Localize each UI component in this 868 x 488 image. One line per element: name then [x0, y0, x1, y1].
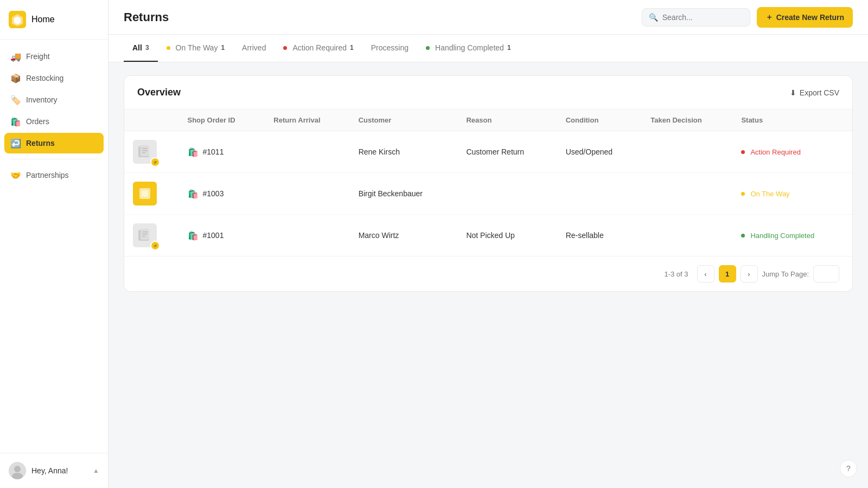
- order-id: #1011: [203, 147, 224, 156]
- product-cell: ↺: [133, 140, 170, 164]
- pagination-next-button[interactable]: ›: [741, 265, 758, 282]
- tab-arrived[interactable]: Arrived: [233, 35, 275, 62]
- svg-rect-10: [142, 152, 145, 153]
- create-new-return-button[interactable]: ＋ Create New Return: [757, 7, 853, 28]
- sidebar-item-freight[interactable]: 🚚 Freight: [4, 46, 104, 67]
- return-arrival-cell: [265, 131, 349, 173]
- sidebar-item-returns[interactable]: ↩️ Returns: [4, 133, 104, 153]
- col-taken-decision: Taken Decision: [642, 110, 732, 131]
- customer-cell: Birgit Beckenbauer: [350, 173, 458, 215]
- sidebar-divider: [11, 159, 97, 159]
- sidebar-item-partnerships[interactable]: 🤝 Partnerships: [4, 165, 104, 185]
- status-label: Handling Completed: [750, 232, 814, 240]
- order-icon: 🛍️: [188, 147, 199, 157]
- header: Returns 🔍 ＋ Create New Return: [108, 0, 868, 35]
- main-content: Returns 🔍 ＋ Create New Return All 3 On T…: [108, 0, 868, 488]
- product-thumbnail-cell: [124, 173, 179, 215]
- product-cell: [133, 182, 170, 206]
- status-cell: Handling Completed: [732, 215, 852, 256]
- table-row[interactable]: ↺ 🛍️ #1001 Marco Wirtz: [124, 215, 852, 256]
- freight-icon: 🚚: [11, 52, 21, 61]
- product-thumb: ↺: [133, 223, 157, 247]
- order-id-wrapper: 🛍️ #1003: [188, 189, 257, 199]
- product-thumbnail-cell: ↺: [124, 215, 179, 256]
- tab-all-count: 3: [145, 44, 149, 52]
- table-row[interactable]: 🛍️ #1003 Birgit Beckenbauer On: [124, 173, 852, 215]
- col-product: [124, 110, 179, 131]
- badge-overlay: ↺: [150, 157, 160, 167]
- tab-action-required-count: 1: [350, 44, 354, 52]
- condition-cell: [557, 173, 642, 215]
- svg-text:↺: ↺: [154, 244, 157, 248]
- tab-on-the-way-count: 1: [221, 44, 225, 52]
- status-dot-red: [741, 150, 745, 154]
- svg-rect-19: [142, 236, 145, 237]
- col-return-arrival: Return Arrival: [265, 110, 349, 131]
- help-button[interactable]: ?: [840, 460, 857, 477]
- restocking-icon: 📦: [11, 73, 21, 83]
- plus-icon: ＋: [765, 12, 773, 22]
- sidebar-item-restocking[interactable]: 📦 Restocking: [4, 68, 104, 88]
- tab-all[interactable]: All 3: [124, 35, 158, 62]
- tab-handling-completed[interactable]: Handling Completed 1: [417, 35, 520, 62]
- sidebar-footer[interactable]: Hey, Anna! ▲: [0, 453, 108, 488]
- sidebar-item-orders[interactable]: 🛍️ Orders: [4, 111, 104, 132]
- status-badge: Handling Completed: [741, 232, 844, 240]
- sidebar-item-label: Orders: [26, 117, 49, 126]
- return-arrival-cell: [265, 173, 349, 215]
- order-id-cell: 🛍️ #1003: [179, 173, 265, 215]
- product-image-yellow: [133, 182, 157, 206]
- condition-cell: Re-sellable: [557, 215, 642, 256]
- table-body: ↺ 🛍️ #1011 Rene Kirsch: [124, 131, 852, 256]
- sidebar-logo[interactable]: Home: [0, 0, 108, 40]
- pagination-prev-button[interactable]: ‹: [697, 265, 714, 282]
- col-reason: Reason: [457, 110, 557, 131]
- dot-yellow-icon: [167, 46, 170, 50]
- order-id-wrapper: 🛍️ #1001: [188, 230, 257, 241]
- sidebar-item-label: Inventory: [26, 95, 58, 104]
- content-area: All 3 On The Way 1 Arrived Action Requir…: [108, 35, 868, 488]
- pagination: 1-3 of 3 ‹ 1 › Jump To Page:: [124, 256, 852, 291]
- taken-decision-cell: [642, 215, 732, 256]
- return-arrival-cell: [265, 215, 349, 256]
- col-shop-order-id: Shop Order ID: [179, 110, 265, 131]
- svg-text:↺: ↺: [154, 160, 157, 164]
- condition-cell: Used/Opened: [557, 131, 642, 173]
- sidebar-item-label: Returns: [26, 139, 55, 147]
- sidebar-navigation: 🚚 Freight 📦 Restocking 🏷️ Inventory 🛍️ O…: [0, 40, 108, 453]
- tab-processing[interactable]: Processing: [362, 35, 417, 62]
- tab-on-the-way[interactable]: On The Way 1: [158, 35, 234, 62]
- sidebar-home-label: Home: [31, 15, 55, 24]
- chevron-up-icon: ▲: [93, 467, 99, 474]
- product-thumbnail-cell: ↺: [124, 131, 179, 173]
- status-cell: On The Way: [732, 173, 852, 215]
- dot-red-icon: [283, 46, 287, 50]
- svg-rect-9: [142, 150, 148, 151]
- search-input[interactable]: [662, 13, 743, 22]
- col-status: Status: [732, 110, 852, 131]
- reason-cell: Customer Return: [457, 131, 557, 173]
- tab-handling-completed-count: 1: [507, 44, 511, 52]
- inventory-icon: 🏷️: [11, 95, 21, 105]
- user-name: Hey, Anna!: [31, 466, 87, 475]
- pagination-info: 1-3 of 3: [664, 270, 688, 278]
- returns-icon: ↩️: [11, 138, 21, 148]
- jump-label: Jump To Page:: [762, 270, 809, 278]
- export-btn-label: Export CSV: [800, 88, 839, 97]
- sidebar-item-label: Restocking: [26, 74, 63, 82]
- jump-input[interactable]: [813, 265, 839, 282]
- tab-action-required[interactable]: Action Required 1: [275, 35, 362, 62]
- order-id-wrapper: 🛍️ #1011: [188, 147, 257, 157]
- order-id-cell: 🛍️ #1011: [179, 131, 265, 173]
- search-box[interactable]: 🔍: [642, 8, 750, 27]
- table-header: Shop Order ID Return Arrival Customer Re…: [124, 110, 852, 131]
- tab-bar: All 3 On The Way 1 Arrived Action Requir…: [108, 35, 868, 62]
- table-row[interactable]: ↺ 🛍️ #1011 Rene Kirsch: [124, 131, 852, 173]
- export-csv-button[interactable]: ⬇ Export CSV: [790, 88, 839, 97]
- pagination-page-1-button[interactable]: 1: [719, 265, 736, 282]
- sidebar: Home 🚚 Freight 📦 Restocking 🏷️ Inventory…: [0, 0, 108, 488]
- returns-table: Shop Order ID Return Arrival Customer Re…: [124, 110, 852, 256]
- partnerships-icon: 🤝: [11, 170, 21, 180]
- sidebar-item-inventory[interactable]: 🏷️ Inventory: [4, 89, 104, 110]
- page-title: Returns: [124, 10, 169, 24]
